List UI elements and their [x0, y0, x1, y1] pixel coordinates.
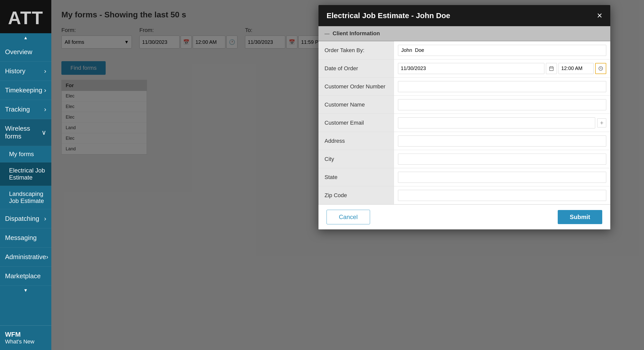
field-row-state: State [318, 168, 610, 186]
sidebar-item-label: Tracking [5, 106, 30, 113]
wfm-label: WFM [5, 331, 46, 338]
sidebar-item-label: Marketplace [5, 272, 41, 280]
sidebar-item-administrative[interactable]: Administrative › [0, 248, 51, 267]
order-taken-by-input[interactable] [398, 45, 606, 56]
sidebar-item-label: Administrative [5, 253, 46, 261]
zip-code-input[interactable] [398, 190, 606, 201]
field-row-zip-code: Zip Code [318, 186, 610, 204]
section-title: Client Information [333, 30, 380, 37]
state-input[interactable] [398, 172, 606, 183]
sidebar-item-tracking[interactable]: Tracking › [0, 100, 51, 119]
customer-email-add-button[interactable]: + [597, 118, 606, 127]
field-row-customer-order-number: Customer Order Number [318, 78, 610, 96]
field-row-address: Address [318, 132, 610, 150]
date-of-order-time-input[interactable] [558, 63, 594, 74]
sidebar-item-timekeeping[interactable]: Timekeeping › [0, 81, 51, 100]
field-input-customer-order-number [394, 78, 610, 95]
field-label-state: State [318, 168, 394, 186]
sidebar-item-label: Wireless forms [5, 125, 42, 140]
sidebar-subitem-electrical[interactable]: Electrical Job Estimate [0, 162, 51, 186]
field-row-order-taken-by: Order Taken By: [318, 41, 610, 59]
modal-title: Electrical Job Estimate - John Doe [327, 11, 450, 20]
sidebar-item-marketplace[interactable]: Marketplace [0, 267, 51, 286]
field-input-customer-email: + [394, 114, 610, 132]
field-label-city: City [318, 150, 394, 168]
field-label-customer-email: Customer Email [318, 114, 394, 132]
customer-email-input[interactable] [398, 117, 595, 128]
sidebar-subitem-my-forms[interactable]: My forms [0, 146, 51, 162]
date-of-order-clock-btn[interactable] [595, 63, 606, 74]
chevron-right-icon: › [44, 67, 46, 75]
chevron-right-icon: › [44, 106, 46, 113]
address-input[interactable] [398, 135, 606, 147]
form-grid: Order Taken By: Date of Order [318, 41, 610, 204]
modal-close-button[interactable]: × [597, 11, 602, 20]
sidebar-subitem-landscaping[interactable]: Landscaping Job Estimate [0, 186, 51, 209]
field-input-state [394, 168, 610, 186]
sidebar-item-dispatching[interactable]: Dispatching › [0, 209, 51, 228]
field-label-customer-name: Customer Name [318, 96, 394, 114]
field-row-customer-email: Customer Email + [318, 114, 610, 132]
field-input-address [394, 132, 610, 150]
field-label-customer-order-number: Customer Order Number [318, 78, 394, 95]
field-label-order-taken-by: Order Taken By: [318, 41, 394, 59]
field-input-zip-code [394, 186, 610, 204]
chevron-down-icon: ∨ [42, 129, 46, 136]
sidebar: ATT ▲ Overview History › Timekeeping › T… [0, 0, 51, 350]
sidebar-item-wireless-forms[interactable]: Wireless forms ∨ [0, 119, 51, 146]
field-label-address: Address [318, 132, 394, 150]
section-header-client-info: — Client Information [318, 26, 610, 41]
city-input[interactable] [398, 154, 606, 165]
sidebar-logo: ATT [0, 0, 51, 33]
chevron-right-icon: › [44, 215, 46, 223]
date-of-order-date-input[interactable] [398, 63, 544, 74]
sidebar-bottom: WFM What's New [0, 325, 51, 350]
sidebar-item-overview[interactable]: Overview [0, 43, 51, 62]
cancel-button[interactable]: Cancel [327, 210, 370, 224]
field-input-customer-name [394, 96, 610, 114]
sidebar-item-history[interactable]: History › [0, 62, 51, 81]
submit-button[interactable]: Submit [558, 210, 602, 224]
sidebar-item-label: Messaging [5, 234, 37, 242]
modal-body[interactable]: — Client Information Order Taken By: Da [318, 26, 610, 204]
whats-new-label[interactable]: What's New [5, 338, 46, 345]
field-row-customer-name: Customer Name [318, 96, 610, 114]
chevron-right-icon: › [44, 86, 46, 94]
sidebar-scroll-up[interactable]: ▲ [0, 33, 51, 43]
customer-name-input[interactable] [398, 99, 606, 110]
field-label-zip-code: Zip Code [318, 186, 394, 204]
field-label-date-of-order: Date of Order [318, 59, 394, 77]
sidebar-item-label: Overview [5, 48, 32, 56]
date-of-order-calendar-btn[interactable] [546, 63, 557, 74]
chevron-right-icon: › [46, 253, 48, 261]
field-row-city: City [318, 150, 610, 168]
svg-rect-0 [550, 67, 553, 71]
sidebar-scroll-down[interactable]: ▼ [0, 286, 51, 295]
sidebar-submenu-wireless: My forms Electrical Job Estimate Landsca… [0, 146, 51, 209]
main-area: My forms - Showing the last 50 s Form: A… [51, 0, 644, 350]
sidebar-item-label: Dispatching [5, 215, 39, 223]
modal-dialog: Electrical Job Estimate - John Doe × — C… [318, 5, 610, 229]
field-input-order-taken-by [394, 41, 610, 59]
modal-footer: Cancel Submit [318, 204, 610, 229]
date-of-order-group [398, 63, 606, 74]
field-row-date-of-order: Date of Order [318, 59, 610, 78]
section-collapse-icon[interactable]: — [325, 31, 330, 37]
field-input-city [394, 150, 610, 168]
customer-order-number-input[interactable] [398, 81, 606, 92]
modal-header: Electrical Job Estimate - John Doe × [318, 5, 610, 26]
field-input-date-of-order [394, 59, 610, 77]
sidebar-item-messaging[interactable]: Messaging [0, 228, 51, 248]
sidebar-item-label: Timekeeping [5, 86, 42, 94]
sidebar-item-label: History [5, 67, 25, 75]
